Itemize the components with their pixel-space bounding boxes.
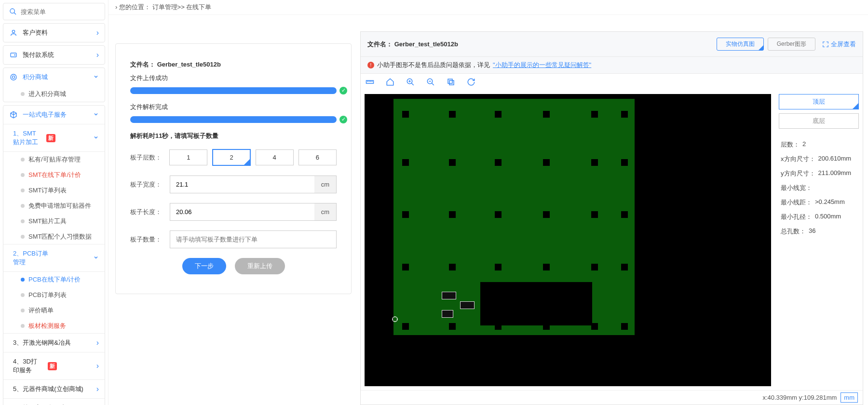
coord-display: x:40.339mm y:109.281mm xyxy=(762,394,837,401)
tab-real-render[interactable]: 实物仿真图 xyxy=(717,38,764,51)
qty-input[interactable] xyxy=(170,231,336,248)
menu-points-enter[interactable]: 进入积分商城 xyxy=(3,86,105,102)
menu-3-stencil[interactable]: 3、开激光钢网&冶具› xyxy=(3,334,105,352)
menu-points: 积分商城 进入积分商城 xyxy=(3,68,105,102)
svg-rect-3 xyxy=(11,53,16,57)
svg-point-2 xyxy=(12,30,14,33)
fullscreen-button[interactable]: 全屏查看 xyxy=(822,40,856,49)
menu-onestop: 一站式电子服务 1、SMT贴片加工 新 私有/可贴库存管理 SMT在线下单/计价… xyxy=(3,105,105,405)
user-icon xyxy=(9,28,18,37)
qty-row: 板子数量： xyxy=(130,230,337,248)
menu-customers[interactable]: 客户资料 › xyxy=(3,23,105,42)
sidebar-item-smt-2[interactable]: SMT订单列表 xyxy=(3,183,105,198)
svg-point-4 xyxy=(14,54,15,55)
home-icon[interactable] xyxy=(386,78,394,86)
parse-time-label: 解析耗时11秒，请填写板子数量 xyxy=(130,132,337,140)
layer-opt-6[interactable]: 6 xyxy=(298,149,337,165)
upload-status: 文件上传成功 xyxy=(130,74,337,82)
sidebar-item-pcb-review[interactable]: 评价晒单 xyxy=(3,303,105,318)
chevron-right-icon: › xyxy=(96,51,99,59)
sidebar-item-smt-3[interactable]: 免费申请增加可贴器件 xyxy=(3,198,105,214)
svg-point-5 xyxy=(11,74,16,80)
warning-icon: ! xyxy=(367,62,374,68)
svg-line-17 xyxy=(432,83,434,85)
layer-opt-4[interactable]: 4 xyxy=(256,149,294,165)
layer-opt-2[interactable]: 2 xyxy=(212,149,250,166)
pcb-canvas[interactable] xyxy=(365,94,771,386)
cube-icon xyxy=(9,110,18,119)
unit-toggle[interactable]: mm xyxy=(841,392,858,403)
sidebar-item-smt-4[interactable]: SMT贴片工具 xyxy=(3,214,105,229)
menu-4-3dprint[interactable]: 4、3D打印服务新› xyxy=(3,352,105,380)
store-icon xyxy=(9,73,18,81)
svg-line-1 xyxy=(14,13,16,14)
width-input[interactable] xyxy=(170,176,314,193)
pcb-board xyxy=(393,99,635,335)
layer-opt-1[interactable]: 1 xyxy=(169,149,207,165)
sidebar-item-pcb-order[interactable]: PCB在线下单/计价 xyxy=(3,272,105,287)
menu-onestop-header[interactable]: 一站式电子服务 xyxy=(3,106,105,124)
length-input[interactable] xyxy=(170,203,314,220)
reupload-button[interactable]: 重新上传 xyxy=(235,258,285,274)
badge-new: 新 xyxy=(46,134,55,142)
sidebar-item-smt-0[interactable]: 私有/可贴库存管理 xyxy=(3,152,105,167)
refresh-icon[interactable] xyxy=(467,78,475,86)
width-row: 板子宽度： cm xyxy=(130,176,337,193)
file-name-label: 文件名： Gerber_test_tle5012b xyxy=(130,60,337,69)
pcb-meta: 顶层 底层 层数：2 x方向尺寸：200.610mm y方向尺寸：211.009… xyxy=(775,90,863,390)
sidebar-item-pcb-list[interactable]: PCB订单列表 xyxy=(3,287,105,303)
menu-5-components[interactable]: 5、元器件商城(立创商城)› xyxy=(3,380,105,399)
ruler-icon[interactable] xyxy=(366,78,374,86)
chevron-down-icon xyxy=(93,134,99,142)
svg-rect-20 xyxy=(448,79,452,83)
menu-prepaid[interactable]: 预付款系统 › xyxy=(3,45,105,65)
search-icon xyxy=(9,7,17,16)
chevron-down-icon xyxy=(93,73,99,81)
svg-point-6 xyxy=(12,76,14,78)
sidebar-item-smt-1[interactable]: SMT在线下单/计价 xyxy=(3,167,105,183)
menu-6-thirdparty[interactable]: 6、第三方服务平台› xyxy=(3,399,105,405)
progress-upload xyxy=(130,87,337,94)
main: › 您的位置： 订单管理>> 在线下单 文件名： Gerber_test_tle… xyxy=(108,0,868,405)
zoom-in-icon[interactable] xyxy=(406,78,415,86)
sidebar-item-smt-5[interactable]: SMT匹配个人习惯数据 xyxy=(3,229,105,244)
parse-status: 文件解析完成 xyxy=(130,103,337,111)
preview-file-label: 文件名： Gerber_test_tle5012b xyxy=(367,40,458,49)
length-row: 板子长度： cm xyxy=(130,203,337,221)
menu-search[interactable] xyxy=(3,3,105,20)
sidebar: 客户资料 › 预付款系统 › 积分商城 进入积分商城 一站式电子服务 1、SMT… xyxy=(0,0,108,405)
svg-point-0 xyxy=(10,9,14,13)
copy-icon[interactable] xyxy=(447,78,455,86)
chevron-down-icon xyxy=(93,254,99,262)
tab-gerber[interactable]: Gerber图形 xyxy=(768,38,815,51)
next-button[interactable]: 下一步 xyxy=(182,258,226,274)
chevron-right-icon: › xyxy=(96,28,99,37)
menu-smt-header[interactable]: 1、SMT贴片加工 新 xyxy=(3,124,105,152)
preview-panel: 文件名： Gerber_test_tle5012b 实物仿真图 Gerber图形… xyxy=(360,31,863,405)
chevron-down-icon xyxy=(93,110,99,119)
menu-search-input[interactable] xyxy=(21,8,102,15)
zoom-out-icon[interactable] xyxy=(426,78,435,86)
menu-points-header[interactable]: 积分商城 xyxy=(3,68,105,86)
order-form-panel: 文件名： Gerber_test_tle5012b 文件上传成功 文件解析完成 … xyxy=(115,43,352,294)
menu-pcb-header[interactable]: 2、PCB订单管理 xyxy=(3,244,105,272)
layer-bottom-button[interactable]: 底层 xyxy=(779,113,859,129)
progress-parse xyxy=(130,116,337,123)
target-icon xyxy=(392,316,398,323)
layers-row: 板子层数： 1 2 4 6 xyxy=(130,149,337,166)
preview-notice: ! 小助手图形不是售后品质问题依据，详见"小助手的展示的一些常见疑问解答" xyxy=(361,57,863,74)
layer-top-button[interactable]: 顶层 xyxy=(779,94,859,109)
preview-toolbar xyxy=(361,74,863,90)
breadcrumb: › 您的位置： 订单管理>> 在线下单 xyxy=(108,0,868,15)
svg-line-13 xyxy=(411,83,414,85)
sidebar-item-pcb-material[interactable]: 板材检测服务 xyxy=(3,318,105,334)
svg-rect-19 xyxy=(449,81,454,85)
wallet-icon xyxy=(9,51,18,59)
faq-link[interactable]: "小助手的展示的一些常见疑问解答" xyxy=(493,61,591,69)
preview-footer: x:40.339mm y:109.281mm mm xyxy=(361,390,863,405)
